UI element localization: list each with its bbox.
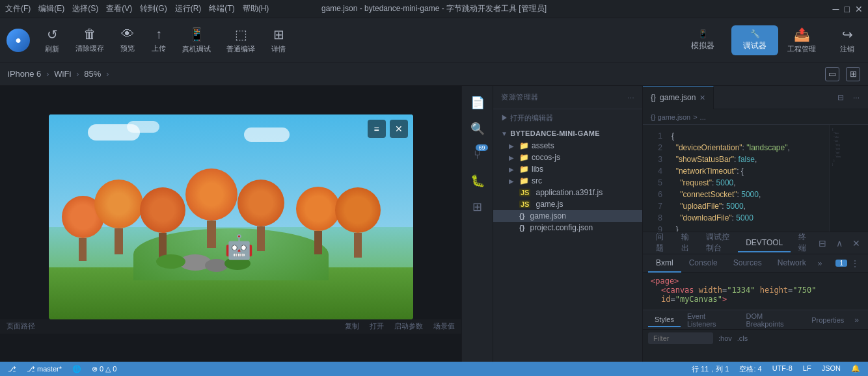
preview-close-button[interactable]: ✕ [390,120,408,138]
project-manage-button[interactable]: 📤 工程管理 [781,23,822,58]
menu-goto[interactable]: 转到(G) [140,3,167,14]
compile-icon: ⬚ [235,27,247,42]
logout-button[interactable]: ↪ 注销 [833,23,861,58]
battery-level[interactable]: 85% [84,69,101,79]
project-root[interactable]: ▼ BYTEDANCE-MINI-GAME [493,127,642,140]
network-status[interactable]: WiFi [54,69,71,79]
code-line-6: "connectSocket": 5000, [671,189,829,200]
project-name: BYTEDANCE-MINI-GAME [510,129,600,137]
sidebar-item-cocos[interactable]: ▶ 📁 cocos-js [493,152,642,163]
file-encoding[interactable]: UTF-8 [772,364,793,374]
upload-button[interactable]: ↑ 上传 [144,23,173,57]
sidebar-item-game-js[interactable]: JS game.js [493,198,642,210]
hov-button[interactable]: :hov [718,334,732,342]
menu-help[interactable]: 帮助(H) [243,3,269,14]
refresh-label: 刷新 [45,44,59,54]
sidebar-menu-button[interactable]: ··· [627,94,634,101]
panel-copy-icon[interactable]: ⊟ [816,237,829,250]
subtab-network[interactable]: Network [770,254,814,273]
sidebar-item-assets[interactable]: ▶ 📁 assets [493,140,642,152]
menu-select[interactable]: 选择(S) [72,3,98,14]
preview-button[interactable]: 👁 预览 [113,23,142,57]
scene-button[interactable]: 场景值 [433,321,455,331]
open-editors-section[interactable]: ▶ 打开的编辑器 [493,109,642,127]
clear-cache-button[interactable]: 🗑 清除缓存 [69,23,111,57]
panel-settings-icon[interactable]: ⋮ [847,259,863,268]
compile-button[interactable]: ⬚ 普通编译 [220,23,262,58]
sidebar-item-src[interactable]: ▶ 📁 src [493,175,642,187]
tab-game-json[interactable]: {} game.json ✕ [643,86,714,109]
debugger-label: 调试器 [743,40,766,51]
project-icon: 📤 [794,27,810,42]
menu-view[interactable]: 查看(V) [106,3,132,14]
open-button[interactable]: 打开 [370,321,384,331]
preview-status-bar: 页面路径 复制 打开 启动参数 场景值 [0,319,461,334]
close-button[interactable]: ✕ [855,4,863,14]
properties-tab[interactable]: Properties [805,314,850,327]
knight-character: 🤖 [224,234,254,261]
copy-button[interactable]: 复制 [345,321,359,331]
git-branch[interactable]: ⎇ [8,365,16,373]
subtab-console[interactable]: Console [681,254,726,273]
filter-input[interactable] [648,332,713,344]
extensions-icon[interactable]: ⊞ [466,195,489,219]
simulator-tab[interactable]: 📱 模拟器 [679,25,726,55]
user-avatar[interactable]: ● [7,29,30,52]
files-icon[interactable]: 📄 [466,91,489,114]
folder-arrow-icon: ▶ [509,142,517,150]
cls-button[interactable]: .cls [737,334,748,342]
folder-name: cocos-js [532,153,560,162]
styles-more-button[interactable]: » [850,316,863,325]
debug-icon[interactable]: 🐛 [466,169,489,193]
sidebar-item-project-config[interactable]: {} project.config.json [493,222,642,234]
layout-grid-icon[interactable]: ⊞ [846,67,860,81]
maximize-button[interactable]: □ [845,4,850,14]
sidebar-item-game-json[interactable]: {} game.json [493,210,642,222]
search-icon[interactable]: 🔍 [466,117,489,141]
layout-single-icon[interactable]: ▭ [825,67,839,81]
panel-close-icon[interactable]: ✕ [850,237,863,250]
sidebar-item-libs[interactable]: ▶ 📁 libs [493,163,642,175]
notifications-icon[interactable]: 🔔 [851,364,860,374]
debugger-tab[interactable]: 🔧 调试器 [731,25,778,55]
menu-bar[interactable]: 文件(F) 编辑(E) 选择(S) 查看(V) 转到(G) 运行(R) 终端(T… [5,3,269,14]
menu-run[interactable]: 运行(R) [175,3,202,14]
device-name[interactable]: iPhone 6 [8,69,41,79]
event-listeners-tab[interactable]: Event Listeners [681,310,740,330]
window-controls[interactable]: ─ □ ✕ [833,4,863,14]
preview-menu-button[interactable]: ≡ [368,120,386,138]
line-ending[interactable]: LF [803,364,811,374]
more-tabs-button[interactable]: » [814,259,826,268]
file-format[interactable]: JSON [822,364,841,374]
tab-close-button[interactable]: ✕ [699,94,705,102]
file-tree: ▼ BYTEDANCE-MINI-GAME ▶ 📁 assets ▶ 📁 coc… [493,127,642,362]
styles-tabs: Styles Event Listeners DOM Breakpoints P… [643,310,868,330]
details-button[interactable]: ⊞ 详情 [264,23,293,58]
refresh-button[interactable]: ↺ 刷新 [38,23,66,58]
split-editor-icon[interactable]: ⊟ [834,91,847,104]
git-icon[interactable]: ⑂ 69 [466,143,489,167]
menu-edit[interactable]: 编辑(E) [38,3,64,14]
height-val: "750" [793,286,816,295]
menu-file[interactable]: 文件(F) [5,3,31,14]
sidebar-item-application-js[interactable]: JS application.a391f.js [493,187,642,198]
upload-label: 上传 [152,44,166,53]
code-editor[interactable]: 12345 678910 11 { "deviceOrientation": "… [643,125,868,232]
device-bar-right: ▭ ⊞ [825,67,860,81]
game-canvas[interactable]: 🤖 ≡ ✕ [49,114,413,319]
breadcrumb-path: ... [700,113,706,121]
minimize-button[interactable]: ─ [833,4,839,14]
dom-breakpoints-tab[interactable]: DOM Breakpoints [739,310,805,330]
subtab-sources[interactable]: Sources [726,254,770,273]
menu-terminal[interactable]: 终端(T) [209,3,234,14]
styles-tab[interactable]: Styles [648,313,681,327]
editor-tabs: {} game.json ✕ ⊟ ··· [643,86,868,109]
panel-up-icon[interactable]: ∧ [833,237,846,250]
devtool-subtabs: Bxml Console Sources Network » 1 ⋮ [643,254,868,273]
subtab-bxml[interactable]: Bxml [648,254,681,273]
device-test-button[interactable]: 📱 真机调试 [176,23,217,58]
more-icon[interactable]: ··· [850,91,863,104]
tab-devtool[interactable]: DEVTOOL [738,234,791,252]
code-content[interactable]: { "deviceOrientation": "landscape", "sho… [666,125,829,232]
start-params-button[interactable]: 启动参数 [394,321,423,331]
